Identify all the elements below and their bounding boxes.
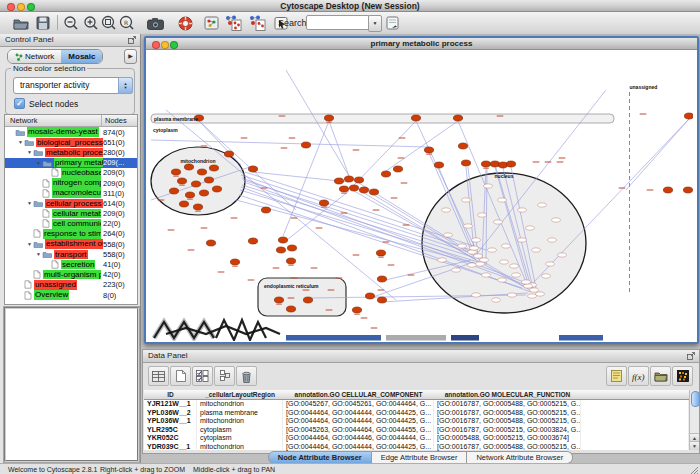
network-node[interactable] (377, 297, 386, 303)
network-node[interactable] (287, 245, 296, 251)
network-node[interactable] (185, 192, 194, 198)
network-node[interactable] (169, 188, 178, 194)
heatmap-icon[interactable] (672, 366, 693, 386)
table-cell[interactable]: plasma membrane (197, 409, 283, 418)
network-node[interactable] (424, 147, 433, 153)
network-canvas[interactable]: plasma membranecytoplasmmitochondrionnuc… (146, 50, 693, 341)
tree-row[interactable]: response to stimul264(0) (5, 229, 137, 239)
table-cell[interactable] (581, 417, 689, 426)
table-cell[interactable]: YPL036W__2 (144, 409, 197, 418)
tree-row[interactable]: cell communicat22(0) (5, 219, 137, 229)
table-cell[interactable]: [GO:0044464, GO:0044444, GO:0044425, G..… (283, 443, 434, 452)
import-attributes-icon[interactable] (650, 366, 671, 386)
network-node[interactable] (261, 207, 270, 213)
table-cell[interactable]: YDR039C__1 (144, 443, 197, 452)
network-node[interactable] (212, 186, 221, 192)
color-attribute-dropdown[interactable]: transporter activity ▲▼ (13, 77, 133, 94)
table-cell[interactable] (581, 426, 689, 435)
network-node[interactable] (434, 162, 443, 168)
tree-row[interactable]: multi-organism pro42(0) (5, 270, 137, 280)
tree-row[interactable]: mosaic-demo-yeast874(0) (5, 127, 137, 137)
table-cell[interactable]: YKR052C (144, 434, 197, 443)
snapshot-camera-icon[interactable] (146, 14, 164, 32)
network-node[interactable] (461, 160, 470, 166)
network-node[interactable] (352, 307, 361, 313)
network-node[interactable] (197, 169, 206, 175)
zoom-selected-icon[interactable] (100, 14, 118, 32)
function-builder-icon[interactable]: f(x) (628, 366, 649, 386)
search-dropdown-button[interactable]: ▼ (368, 15, 382, 32)
create-attribute-icon[interactable] (214, 366, 235, 386)
network-node[interactable] (324, 115, 333, 121)
select-nodes-checkbox[interactable]: ✓ (14, 98, 25, 109)
table-cell[interactable]: YPL036W__1 (144, 417, 197, 426)
table-column-filler[interactable] (581, 390, 690, 400)
attribute-table[interactable]: ID_cellularLayoutRegionannotation.GO CEL… (144, 390, 689, 450)
tree-row[interactable]: nucleobase-209(0) (5, 168, 137, 178)
table-cell[interactable] (581, 434, 689, 443)
more-tabs-button[interactable]: ▶ (124, 49, 137, 64)
network-window-titlebar[interactable]: primary metabolic process (146, 38, 697, 50)
table-cell[interactable]: mitochondrion (197, 417, 283, 426)
attribute-table-icon[interactable] (148, 366, 169, 386)
table-cell[interactable]: cytoplasm (197, 434, 283, 443)
network-node[interactable] (303, 297, 312, 303)
network-node[interactable] (278, 237, 287, 243)
network-node[interactable] (490, 161, 499, 167)
network-node[interactable] (286, 258, 295, 264)
network-node[interactable] (274, 297, 283, 303)
table-cell[interactable] (581, 400, 689, 409)
network-node[interactable] (276, 247, 285, 253)
table-cell[interactable]: [GO:0016787, GO:0005488, GO:0005215, G..… (434, 400, 581, 409)
resize-grip-icon[interactable] (690, 466, 699, 474)
table-cell[interactable]: [GO:0044464, GO:0044444, GO:0044425, G..… (283, 417, 434, 426)
tree-row[interactable]: ▼biological_process651(0) (5, 137, 137, 147)
tree-row[interactable]: nitrogen compo209(0) (5, 178, 137, 188)
search-input[interactable] (306, 15, 370, 30)
tree-row[interactable]: macromolecule311(0) (5, 188, 137, 198)
scroll-down-icon[interactable]: ▼ (690, 441, 699, 450)
network-node[interactable] (411, 115, 420, 121)
select-attributes-icon[interactable] (192, 366, 213, 386)
tree-row[interactable]: ▼metabolic process280(0) (5, 147, 137, 157)
search-options-icon[interactable] (384, 14, 402, 32)
tree-row[interactable]: ▼transport558(0) (5, 249, 137, 259)
tab-mosaic[interactable]: Mosaic (61, 50, 102, 63)
zoom-out-icon[interactable] (62, 14, 80, 32)
tree-row[interactable]: secretion41(0) (5, 259, 137, 269)
network-node[interactable] (344, 176, 353, 182)
network-node[interactable] (204, 177, 213, 183)
tree-row[interactable]: ▼establishment of lo558(0) (5, 239, 137, 249)
table-cell[interactable]: YJR121W__1 (144, 400, 197, 409)
network-node[interactable] (179, 201, 188, 207)
table-cell[interactable]: [GO:0005488, GO:0005215, GO:0003674] (434, 434, 581, 443)
network-node[interactable] (381, 171, 390, 177)
network-node[interactable] (319, 200, 328, 206)
network-node[interactable] (193, 204, 202, 210)
table-cell[interactable]: [GO:0045263, GO:0044464, GO:0044455, G..… (283, 426, 434, 435)
tree-row[interactable]: ▼cellular process614(0) (5, 198, 137, 208)
network-node[interactable] (209, 165, 218, 171)
network-node[interactable] (191, 181, 200, 187)
tab-network[interactable]: Network (8, 50, 61, 63)
network-node[interactable] (683, 187, 692, 193)
network-node[interactable] (377, 276, 386, 282)
network-node[interactable] (206, 240, 215, 246)
tree-row[interactable]: ▼primary metabo209(... (5, 158, 137, 168)
new-attribute-icon[interactable] (170, 366, 191, 386)
network-node[interactable] (359, 187, 368, 193)
network-node[interactable] (339, 186, 348, 192)
open-session-icon[interactable] (12, 14, 30, 32)
network-manager-icon[interactable] (202, 14, 220, 32)
network-node[interactable] (453, 115, 462, 121)
network-node[interactable] (171, 169, 180, 175)
network-node[interactable] (248, 166, 257, 172)
network-node[interactable] (458, 143, 467, 149)
table-column-header[interactable]: ID (144, 390, 198, 400)
zoom-fit-icon[interactable]: R (118, 14, 136, 32)
delete-attribute-icon[interactable] (236, 366, 257, 386)
network-node[interactable] (224, 151, 233, 157)
network-node[interactable] (498, 162, 507, 168)
table-cell[interactable]: [GO:0044464, GO:0044444, GO:0044425, G..… (283, 409, 434, 418)
notes-icon[interactable] (606, 366, 627, 386)
